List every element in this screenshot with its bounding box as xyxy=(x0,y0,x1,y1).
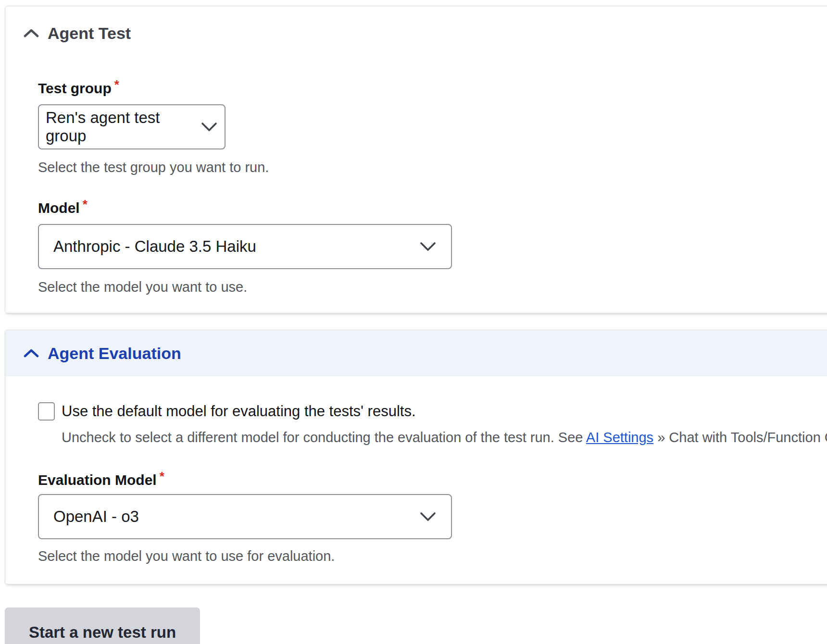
section-title: Agent Evaluation xyxy=(48,344,181,363)
agent-evaluation-header[interactable]: Agent Evaluation xyxy=(5,330,827,376)
agent-evaluation-section: Agent Evaluation Use the default model f… xyxy=(5,330,827,584)
model-select-value: Anthropic - Claude 3.5 Haiku xyxy=(53,237,256,256)
evaluation-model-select[interactable]: OpenAI - o3 xyxy=(38,494,452,539)
chevron-down-icon xyxy=(419,511,437,522)
evaluation-model-select-value: OpenAI - o3 xyxy=(53,508,139,526)
chevron-up-icon xyxy=(24,348,39,358)
model-field: Model* Anthropic - Claude 3.5 Haiku Sele… xyxy=(38,195,800,296)
model-select[interactable]: Anthropic - Claude 3.5 Haiku xyxy=(38,224,452,269)
test-group-description: Select the test group you want to run. xyxy=(38,159,800,176)
ai-settings-link[interactable]: AI Settings xyxy=(586,430,653,445)
form-actions: Start a new test run xyxy=(5,607,827,644)
required-asterisk: * xyxy=(114,77,119,92)
chevron-down-icon xyxy=(419,241,437,252)
test-group-label: Test group* xyxy=(38,75,800,98)
evaluation-model-label: Evaluation Model* xyxy=(38,467,800,489)
evaluation-model-field: Evaluation Model* OpenAI - o3 Select the… xyxy=(38,467,800,565)
test-group-field: Test group* Ren's agent test group Selec… xyxy=(38,75,800,176)
default-model-checkbox[interactable] xyxy=(38,402,55,421)
test-group-select[interactable]: Ren's agent test group xyxy=(38,104,226,149)
model-label: Model* xyxy=(38,195,800,217)
required-asterisk: * xyxy=(160,469,164,483)
chevron-down-icon xyxy=(200,122,218,132)
default-model-checkbox-label[interactable]: Use the default model for evaluating the… xyxy=(62,402,416,421)
agent-test-header[interactable]: Agent Test xyxy=(5,6,827,44)
model-description: Select the model you want to use. xyxy=(38,279,800,296)
default-model-checkbox-row: Use the default model for evaluating the… xyxy=(38,402,800,421)
evaluation-model-description: Select the model you want to use for eva… xyxy=(38,548,800,565)
chevron-up-icon xyxy=(24,28,39,38)
required-asterisk: * xyxy=(83,197,88,211)
start-test-run-button[interactable]: Start a new test run xyxy=(5,607,200,644)
default-model-checkbox-description: Uncheck to select a different model for … xyxy=(62,429,818,446)
test-group-select-value: Ren's agent test group xyxy=(46,109,196,145)
section-title: Agent Test xyxy=(48,23,131,44)
agent-test-section: Agent Test Test group* Ren's agent test … xyxy=(5,6,827,313)
